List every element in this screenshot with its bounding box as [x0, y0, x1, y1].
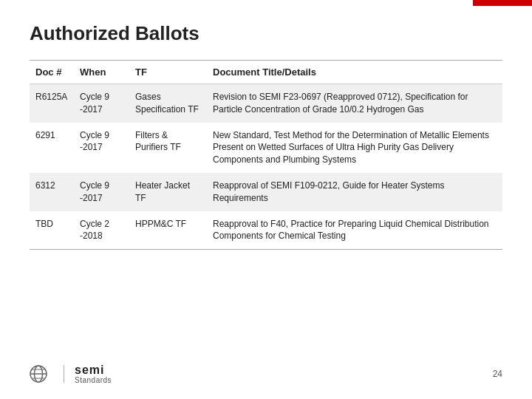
semi-logo: semi Standards	[30, 362, 112, 386]
table-row: R6125ACycle 9 -2017Gases Specification T…	[30, 84, 502, 123]
cell-tf: HPPM&C TF	[129, 211, 207, 250]
table-header-row: Doc # When TF Document Title/Details	[30, 61, 502, 84]
cell-when: Cycle 9 -2017	[74, 84, 129, 123]
ballots-table: Doc # When TF Document Title/Details R61…	[30, 61, 502, 249]
cell-details: New Standard, Test Method for the Determ…	[207, 123, 502, 173]
semi-logo-text: semi Standards	[75, 364, 112, 385]
page-title: Authorized Ballots	[30, 22, 502, 45]
col-header-tf: TF	[129, 61, 207, 84]
table-row: 6312Cycle 9 -2017Heater Jacket TFReappro…	[30, 173, 502, 211]
cell-doc: TBD	[30, 211, 74, 250]
content-area: Authorized Ballots Doc # When TF Documen…	[0, 0, 532, 265]
cell-when: Cycle 9 -2017	[74, 173, 129, 211]
table-row: 6291Cycle 9 -2017Filters & Purifiers TFN…	[30, 123, 502, 173]
col-header-when: When	[74, 61, 129, 84]
semi-subtext: Standards	[75, 376, 112, 384]
footer: semi Standards 24	[30, 362, 502, 386]
semi-logo-icon	[30, 362, 53, 386]
col-header-details: Document Title/Details	[207, 61, 502, 84]
semi-name: semi	[75, 364, 112, 377]
page-number: 24	[493, 369, 502, 379]
cell-doc: 6312	[30, 173, 74, 211]
cell-when: Cycle 9 -2017	[74, 123, 129, 173]
bottom-divider	[30, 249, 502, 250]
cell-details: Reapproval to F40, Practice for Preparin…	[207, 211, 502, 250]
cell-tf: Gases Specification TF	[129, 84, 207, 123]
page-container: Authorized Ballots Doc # When TF Documen…	[0, 0, 532, 399]
cell-doc: R6125A	[30, 84, 74, 123]
logo-divider	[64, 365, 64, 383]
cell-when: Cycle 2 -2018	[74, 211, 129, 250]
top-accent-bar	[473, 0, 532, 6]
cell-tf: Heater Jacket TF	[129, 173, 207, 211]
cell-doc: 6291	[30, 123, 74, 173]
cell-details: Revision to SEMI F23-0697 (Reapproved 07…	[207, 84, 502, 123]
table-row: TBDCycle 2 -2018HPPM&C TFReapproval to F…	[30, 211, 502, 250]
cell-tf: Filters & Purifiers TF	[129, 123, 207, 173]
cell-details: Reapproval of SEMI F109-0212, Guide for …	[207, 173, 502, 211]
col-header-doc: Doc #	[30, 61, 74, 84]
